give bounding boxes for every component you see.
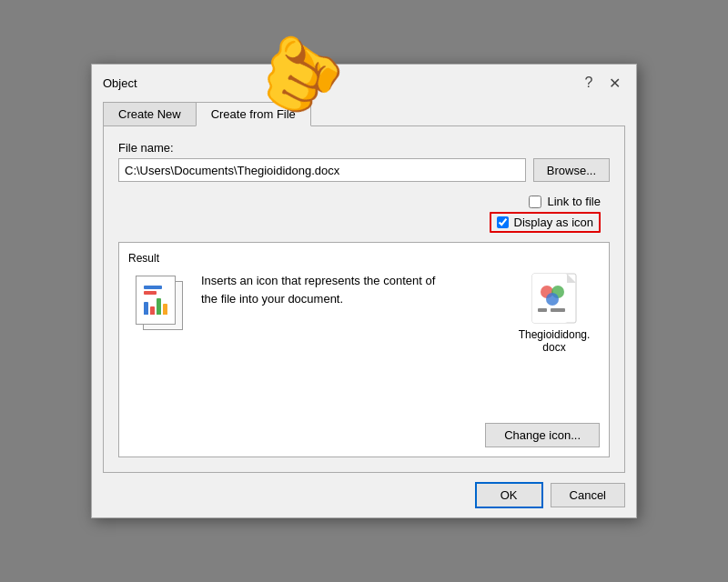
tab-create-from-file[interactable]: Create from File <box>196 102 311 126</box>
result-area: Result <box>118 242 610 457</box>
dialog-title: Object <box>103 76 137 90</box>
object-dialog: Object ? ✕ Create New Create from File F… <box>91 64 637 518</box>
title-bar: Object ? ✕ <box>92 65 636 94</box>
mini-chart <box>144 296 167 315</box>
link-to-file-checkbox[interactable] <box>529 196 541 208</box>
tab-create-new[interactable]: Create New <box>103 102 196 126</box>
doc-bars <box>140 282 171 318</box>
chart-bar3 <box>157 298 161 315</box>
help-button[interactable]: ? <box>578 72 600 94</box>
file-label: File name: <box>118 141 610 155</box>
bar1 <box>144 286 162 289</box>
result-text-line1: Inserts an icon that represents the cont… <box>201 274 435 287</box>
file-input[interactable] <box>118 158 526 182</box>
bar2 <box>144 291 157 295</box>
chart-bar4 <box>163 304 167 315</box>
result-content: Inserts an icon that represents the cont… <box>128 272 600 419</box>
svg-rect-5 <box>538 308 547 312</box>
file-svg-icon <box>531 272 578 325</box>
cancel-button[interactable]: Cancel <box>551 483 625 507</box>
file-row: Browse... <box>118 158 610 182</box>
svg-point-4 <box>546 293 559 306</box>
result-file-icon: Thegioididong.docx <box>518 272 591 354</box>
link-to-file-label: Link to file <box>547 195 601 208</box>
options-row: Link to file Display as icon <box>118 195 610 233</box>
close-button[interactable]: ✕ <box>603 72 625 94</box>
display-as-icon-checkbox[interactable] <box>497 216 509 228</box>
result-label: Result <box>128 252 600 265</box>
title-bar-controls: ? ✕ <box>578 72 625 94</box>
tabs-area: Create New Create from File <box>92 94 636 125</box>
change-icon-row: Change icon... <box>128 423 600 447</box>
display-as-icon-box: Display as icon <box>490 212 601 233</box>
doc-front-icon <box>136 276 176 325</box>
file-section: File name: Browse... <box>118 141 610 182</box>
ok-button[interactable]: OK <box>475 482 543 508</box>
browse-button[interactable]: Browse... <box>533 158 610 182</box>
change-icon-button[interactable]: Change icon... <box>485 423 600 447</box>
link-to-file-row: Link to file <box>529 195 601 208</box>
content-area: File name: Browse... Link to file Displa… <box>103 125 625 473</box>
result-file-name: Thegioididong.docx <box>518 328 591 354</box>
result-text-line2: the file into your document. <box>201 292 343 306</box>
chart-bar1 <box>144 302 148 315</box>
display-as-icon-label: Display as icon <box>514 216 593 229</box>
svg-rect-6 <box>551 308 565 312</box>
chart-bar2 <box>150 306 155 315</box>
left-doc-icons <box>128 272 192 345</box>
bottom-btn-row: OK Cancel <box>92 473 636 517</box>
